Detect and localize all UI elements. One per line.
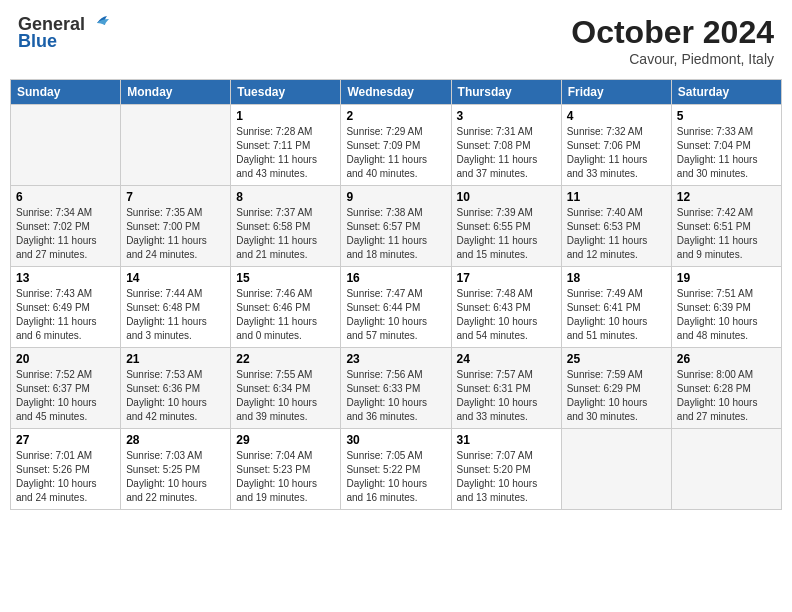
day-info: Sunrise: 7:37 AMSunset: 6:58 PMDaylight:… — [236, 206, 335, 262]
day-number: 5 — [677, 109, 776, 123]
day-number: 1 — [236, 109, 335, 123]
calendar-day-cell: 29Sunrise: 7:04 AMSunset: 5:23 PMDayligh… — [231, 429, 341, 510]
day-info: Sunrise: 7:38 AMSunset: 6:57 PMDaylight:… — [346, 206, 445, 262]
calendar-day-cell: 21Sunrise: 7:53 AMSunset: 6:36 PMDayligh… — [121, 348, 231, 429]
calendar-day-cell — [561, 429, 671, 510]
logo-blue-text: Blue — [18, 31, 57, 52]
weekday-header-sunday: Sunday — [11, 80, 121, 105]
day-number: 15 — [236, 271, 335, 285]
day-number: 27 — [16, 433, 115, 447]
calendar-day-cell: 22Sunrise: 7:55 AMSunset: 6:34 PMDayligh… — [231, 348, 341, 429]
day-info: Sunrise: 7:49 AMSunset: 6:41 PMDaylight:… — [567, 287, 666, 343]
weekday-header-thursday: Thursday — [451, 80, 561, 105]
calendar-day-cell: 9Sunrise: 7:38 AMSunset: 6:57 PMDaylight… — [341, 186, 451, 267]
day-number: 4 — [567, 109, 666, 123]
day-info: Sunrise: 7:03 AMSunset: 5:25 PMDaylight:… — [126, 449, 225, 505]
day-info: Sunrise: 7:59 AMSunset: 6:29 PMDaylight:… — [567, 368, 666, 424]
day-number: 9 — [346, 190, 445, 204]
day-info: Sunrise: 7:40 AMSunset: 6:53 PMDaylight:… — [567, 206, 666, 262]
calendar-day-cell: 4Sunrise: 7:32 AMSunset: 7:06 PMDaylight… — [561, 105, 671, 186]
day-number: 23 — [346, 352, 445, 366]
calendar-day-cell: 18Sunrise: 7:49 AMSunset: 6:41 PMDayligh… — [561, 267, 671, 348]
day-number: 31 — [457, 433, 556, 447]
calendar-day-cell: 31Sunrise: 7:07 AMSunset: 5:20 PMDayligh… — [451, 429, 561, 510]
calendar-day-cell: 19Sunrise: 7:51 AMSunset: 6:39 PMDayligh… — [671, 267, 781, 348]
calendar-title: October 2024 — [571, 14, 774, 51]
calendar-location: Cavour, Piedmont, Italy — [571, 51, 774, 67]
calendar-day-cell — [671, 429, 781, 510]
day-number: 16 — [346, 271, 445, 285]
weekday-header-wednesday: Wednesday — [341, 80, 451, 105]
day-info: Sunrise: 7:48 AMSunset: 6:43 PMDaylight:… — [457, 287, 556, 343]
day-info: Sunrise: 7:04 AMSunset: 5:23 PMDaylight:… — [236, 449, 335, 505]
day-info: Sunrise: 7:51 AMSunset: 6:39 PMDaylight:… — [677, 287, 776, 343]
calendar-day-cell: 7Sunrise: 7:35 AMSunset: 7:00 PMDaylight… — [121, 186, 231, 267]
day-number: 17 — [457, 271, 556, 285]
day-info: Sunrise: 7:29 AMSunset: 7:09 PMDaylight:… — [346, 125, 445, 181]
day-info: Sunrise: 7:34 AMSunset: 7:02 PMDaylight:… — [16, 206, 115, 262]
weekday-header-friday: Friday — [561, 80, 671, 105]
day-info: Sunrise: 7:53 AMSunset: 6:36 PMDaylight:… — [126, 368, 225, 424]
weekday-header-monday: Monday — [121, 80, 231, 105]
calendar-day-cell: 12Sunrise: 7:42 AMSunset: 6:51 PMDayligh… — [671, 186, 781, 267]
day-number: 12 — [677, 190, 776, 204]
calendar-table: SundayMondayTuesdayWednesdayThursdayFrid… — [10, 79, 782, 510]
calendar-week-row: 20Sunrise: 7:52 AMSunset: 6:37 PMDayligh… — [11, 348, 782, 429]
day-info: Sunrise: 7:43 AMSunset: 6:49 PMDaylight:… — [16, 287, 115, 343]
day-number: 2 — [346, 109, 445, 123]
calendar-day-cell: 20Sunrise: 7:52 AMSunset: 6:37 PMDayligh… — [11, 348, 121, 429]
day-number: 28 — [126, 433, 225, 447]
day-info: Sunrise: 7:52 AMSunset: 6:37 PMDaylight:… — [16, 368, 115, 424]
day-info: Sunrise: 7:57 AMSunset: 6:31 PMDaylight:… — [457, 368, 556, 424]
day-info: Sunrise: 7:32 AMSunset: 7:06 PMDaylight:… — [567, 125, 666, 181]
day-number: 19 — [677, 271, 776, 285]
day-info: Sunrise: 7:28 AMSunset: 7:11 PMDaylight:… — [236, 125, 335, 181]
calendar-day-cell: 16Sunrise: 7:47 AMSunset: 6:44 PMDayligh… — [341, 267, 451, 348]
day-number: 14 — [126, 271, 225, 285]
calendar-day-cell: 5Sunrise: 7:33 AMSunset: 7:04 PMDaylight… — [671, 105, 781, 186]
day-info: Sunrise: 7:42 AMSunset: 6:51 PMDaylight:… — [677, 206, 776, 262]
page-header: General Blue October 2024 Cavour, Piedmo… — [10, 10, 782, 71]
day-info: Sunrise: 7:47 AMSunset: 6:44 PMDaylight:… — [346, 287, 445, 343]
calendar-day-cell: 26Sunrise: 8:00 AMSunset: 6:28 PMDayligh… — [671, 348, 781, 429]
day-info: Sunrise: 7:35 AMSunset: 7:00 PMDaylight:… — [126, 206, 225, 262]
day-info: Sunrise: 7:33 AMSunset: 7:04 PMDaylight:… — [677, 125, 776, 181]
day-info: Sunrise: 7:55 AMSunset: 6:34 PMDaylight:… — [236, 368, 335, 424]
calendar-day-cell — [121, 105, 231, 186]
calendar-week-row: 27Sunrise: 7:01 AMSunset: 5:26 PMDayligh… — [11, 429, 782, 510]
calendar-day-cell: 13Sunrise: 7:43 AMSunset: 6:49 PMDayligh… — [11, 267, 121, 348]
day-info: Sunrise: 7:46 AMSunset: 6:46 PMDaylight:… — [236, 287, 335, 343]
day-info: Sunrise: 7:07 AMSunset: 5:20 PMDaylight:… — [457, 449, 556, 505]
calendar-day-cell: 11Sunrise: 7:40 AMSunset: 6:53 PMDayligh… — [561, 186, 671, 267]
weekday-header-tuesday: Tuesday — [231, 80, 341, 105]
logo: General Blue — [18, 14, 109, 52]
calendar-day-cell: 1Sunrise: 7:28 AMSunset: 7:11 PMDaylight… — [231, 105, 341, 186]
day-number: 10 — [457, 190, 556, 204]
day-number: 7 — [126, 190, 225, 204]
calendar-week-row: 13Sunrise: 7:43 AMSunset: 6:49 PMDayligh… — [11, 267, 782, 348]
day-number: 6 — [16, 190, 115, 204]
calendar-day-cell — [11, 105, 121, 186]
day-number: 29 — [236, 433, 335, 447]
day-info: Sunrise: 7:44 AMSunset: 6:48 PMDaylight:… — [126, 287, 225, 343]
calendar-day-cell: 15Sunrise: 7:46 AMSunset: 6:46 PMDayligh… — [231, 267, 341, 348]
day-info: Sunrise: 7:31 AMSunset: 7:08 PMDaylight:… — [457, 125, 556, 181]
day-number: 25 — [567, 352, 666, 366]
calendar-day-cell: 8Sunrise: 7:37 AMSunset: 6:58 PMDaylight… — [231, 186, 341, 267]
calendar-day-cell: 10Sunrise: 7:39 AMSunset: 6:55 PMDayligh… — [451, 186, 561, 267]
day-number: 26 — [677, 352, 776, 366]
calendar-week-row: 6Sunrise: 7:34 AMSunset: 7:02 PMDaylight… — [11, 186, 782, 267]
calendar-day-cell: 25Sunrise: 7:59 AMSunset: 6:29 PMDayligh… — [561, 348, 671, 429]
calendar-week-row: 1Sunrise: 7:28 AMSunset: 7:11 PMDaylight… — [11, 105, 782, 186]
day-number: 8 — [236, 190, 335, 204]
calendar-day-cell: 17Sunrise: 7:48 AMSunset: 6:43 PMDayligh… — [451, 267, 561, 348]
day-info: Sunrise: 7:56 AMSunset: 6:33 PMDaylight:… — [346, 368, 445, 424]
day-number: 30 — [346, 433, 445, 447]
day-number: 24 — [457, 352, 556, 366]
day-info: Sunrise: 7:39 AMSunset: 6:55 PMDaylight:… — [457, 206, 556, 262]
calendar-day-cell: 6Sunrise: 7:34 AMSunset: 7:02 PMDaylight… — [11, 186, 121, 267]
calendar-day-cell: 27Sunrise: 7:01 AMSunset: 5:26 PMDayligh… — [11, 429, 121, 510]
day-number: 18 — [567, 271, 666, 285]
logo-bird-icon — [87, 15, 109, 31]
day-number: 22 — [236, 352, 335, 366]
